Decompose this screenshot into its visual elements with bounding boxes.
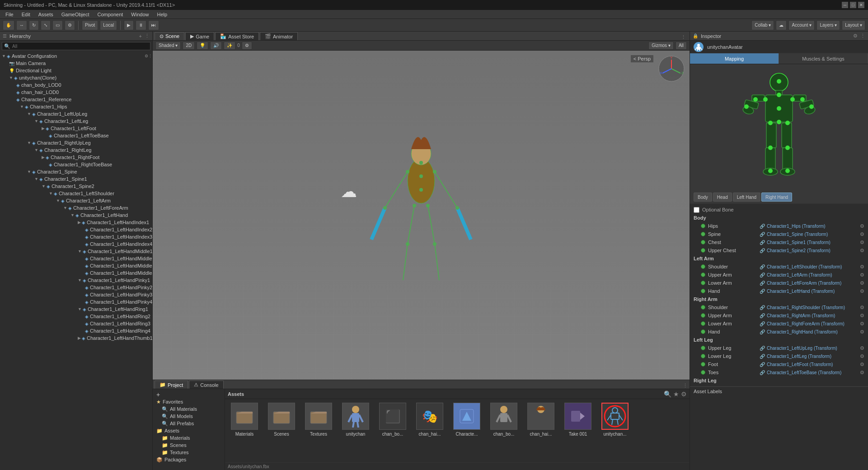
- bone-settings[interactable]: ⚙: [860, 248, 864, 254]
- hierarchy-item[interactable]: ▼ ◈ Character1_Spine: [0, 168, 152, 175]
- lock-icon[interactable]: 🔒: [693, 33, 698, 38]
- assets-all-models[interactable]: 🔍 All Models: [155, 413, 223, 420]
- bone-row-right-upper-arm[interactable]: Upper Arm 🔗 Character1_RightArm (Transfo…: [690, 311, 868, 320]
- asset-star-btn[interactable]: ★: [673, 390, 679, 398]
- bone-settings[interactable]: ⚙: [860, 345, 864, 351]
- hierarchy-search-input[interactable]: [12, 44, 148, 49]
- hierarchy-item[interactable]: ▼ ◈ Character1_Hips: [0, 103, 152, 110]
- bone-row-left-lower-leg[interactable]: Lower Leg 🔗 Character1_LeftLeg (Transfor…: [690, 352, 868, 360]
- hierarchy-item[interactable]: ◈ Character1_LeftHandIndex3: [0, 233, 152, 240]
- tab-mapping[interactable]: Mapping: [690, 53, 779, 64]
- hierarchy-item[interactable]: ◈ Character1_LeftHandRing4: [0, 327, 152, 334]
- hierarchy-options-btn[interactable]: ⋮: [145, 33, 150, 39]
- assets-all-prefabs[interactable]: 🔍 All Prefabs: [155, 420, 223, 427]
- menu-component[interactable]: Component: [94, 10, 127, 19]
- asset-take001[interactable]: Take 001: [562, 403, 594, 437]
- audio-toggle[interactable]: 🔊: [210, 42, 222, 50]
- move-tool[interactable]: ↔: [16, 20, 27, 30]
- hierarchy-item[interactable]: ▼ ◈ Character1_LeftHandRing1: [0, 306, 152, 313]
- asset-textures[interactable]: Textures: [303, 403, 334, 437]
- bone-row-spine[interactable]: Spine 🔗 Character1_Spine (Transform) ⚙: [690, 230, 868, 238]
- hierarchy-item[interactable]: ▼ ◈ Character1_Spine1: [0, 175, 152, 183]
- hierarchy-item[interactable]: ◈ Character1_LeftToeBase: [0, 132, 152, 139]
- asset-chan-hair2[interactable]: chan_hai...: [525, 403, 557, 437]
- tab-muscles[interactable]: Muscles & Settings: [779, 53, 868, 64]
- bone-row-left-shoulder[interactable]: Shoulder 🔗 Character1_LeftShoulder (Tran…: [690, 263, 868, 271]
- bone-settings[interactable]: ⚙: [860, 305, 864, 310]
- scale-tool[interactable]: ⤡: [41, 20, 51, 30]
- right-hand-btn[interactable]: Right Hand: [761, 193, 792, 202]
- assets-scenes[interactable]: 📁 Scenes: [155, 442, 223, 449]
- hierarchy-item[interactable]: ▼ ◈ Character1_LeftHandPinky1: [0, 277, 152, 284]
- bone-settings[interactable]: ⚙: [860, 231, 864, 237]
- hierarchy-item[interactable]: ▼ ◈ Character1_RightLeg: [0, 146, 152, 154]
- left-hand-btn[interactable]: Left Hand: [733, 193, 760, 202]
- account-btn[interactable]: Account ▾: [788, 20, 815, 30]
- menu-help[interactable]: Help: [153, 10, 171, 19]
- minimize-button[interactable]: ─: [842, 2, 848, 8]
- asset-unitychan-avatar[interactable]: unitychan...: [599, 403, 631, 437]
- hierarchy-item[interactable]: ▼ ◈ Character1_LeftUpLeg: [0, 110, 152, 118]
- maximize-button[interactable]: □: [850, 2, 856, 8]
- close-button[interactable]: ✕: [858, 2, 864, 8]
- scene-gizmo[interactable]: Y Z X: [658, 55, 685, 82]
- gizmos-btn[interactable]: Gizmos ▾: [648, 42, 674, 50]
- hierarchy-item[interactable]: ▶ ◈ Character1_LeftHandIndex1: [0, 219, 152, 226]
- asset-unitychan[interactable]: unitychan: [340, 403, 371, 437]
- options-icon[interactable]: ⋮: [148, 54, 152, 58]
- tab-scene[interactable]: ⊙ Scene: [155, 32, 184, 40]
- menu-window[interactable]: Window: [127, 10, 152, 19]
- tab-asset-store[interactable]: 🏪 Asset Store: [215, 32, 259, 40]
- bone-settings[interactable]: ⚙: [860, 353, 864, 359]
- hierarchy-item[interactable]: ◈ Character1_LeftHandMiddle4: [0, 269, 152, 277]
- settings-icon[interactable]: ⚙: [145, 54, 148, 58]
- cloud-btn[interactable]: ☁: [776, 20, 787, 30]
- layout-btn[interactable]: Layout ▾: [842, 20, 865, 30]
- pause-btn[interactable]: ⏸: [136, 20, 146, 30]
- bone-settings[interactable]: ⚙: [860, 264, 864, 270]
- pivot-btn[interactable]: Pivot: [82, 20, 98, 30]
- menu-file[interactable]: File: [2, 10, 17, 19]
- bone-row-left-hand[interactable]: Hand 🔗 Character1_LeftHand (Transform) ⚙: [690, 287, 868, 295]
- bone-row-left-upper-arm[interactable]: Upper Arm 🔗 Character1_LeftArm (Transfor…: [690, 271, 868, 279]
- menu-edit[interactable]: Edit: [18, 10, 34, 19]
- bone-settings[interactable]: ⚙: [860, 280, 864, 286]
- hierarchy-item[interactable]: ▼ ◈ Character1_Spine2: [0, 183, 152, 190]
- head-btn[interactable]: Head: [713, 193, 732, 202]
- bone-settings[interactable]: ⚙: [860, 288, 864, 294]
- hierarchy-item[interactable]: ◈ chan_body_LOD0: [0, 81, 152, 89]
- bone-row-right-hand[interactable]: Hand 🔗 Character1_RightHand (Transform) …: [690, 328, 868, 336]
- bone-settings[interactable]: ⚙: [860, 370, 864, 376]
- hierarchy-item[interactable]: ▶ ◈ Character1_LeftHandThumb1: [0, 334, 152, 342]
- shading-dropdown[interactable]: Shaded ▾: [155, 42, 181, 50]
- inspector-options-icon[interactable]: ⚙: [853, 33, 858, 39]
- hierarchy-add-btn[interactable]: +: [139, 33, 142, 39]
- hierarchy-item[interactable]: ◈ Character1_Reference: [0, 96, 152, 103]
- tab-console[interactable]: ⚠ Console: [189, 381, 223, 389]
- light-toggle[interactable]: 💡: [197, 42, 208, 50]
- hand-tool[interactable]: ✋: [3, 20, 14, 30]
- hierarchy-item[interactable]: ◈ Character1_LeftHandMiddle2: [0, 255, 152, 262]
- tab-game[interactable]: ▶ Game: [185, 32, 214, 40]
- hierarchy-item[interactable]: ▼ ◈ Character1_LeftForeArm: [0, 204, 152, 212]
- all-tag-btn[interactable]: All: [676, 42, 687, 50]
- hierarchy-item[interactable]: 📷 Main Camera: [0, 60, 152, 67]
- step-btn[interactable]: ⏭: [148, 20, 159, 30]
- hierarchy-item[interactable]: ▼ ◈ Character1_LeftShoulder: [0, 190, 152, 197]
- hierarchy-item[interactable]: ▶ ◈ Character1_LeftFoot: [0, 125, 152, 132]
- bone-settings[interactable]: ⚙: [860, 240, 864, 245]
- scene-options[interactable]: ⚙: [242, 42, 252, 50]
- hierarchy-item[interactable]: 💡 Directional Light: [0, 67, 152, 74]
- assets-root[interactable]: 📁 Assets: [155, 427, 223, 434]
- hierarchy-item[interactable]: ◈ Character1_LeftHandMiddle3: [0, 262, 152, 269]
- tab-animator[interactable]: 🎬 Animator: [260, 32, 298, 40]
- bone-row-hips[interactable]: Hips 🔗 Character1_Hips (Transform) ⚙: [690, 222, 868, 230]
- add-asset-btn[interactable]: +: [155, 391, 223, 398]
- assets-packages[interactable]: 📦 Packages: [155, 456, 223, 463]
- multi-tool[interactable]: ⚙: [65, 20, 75, 30]
- asset-chan-body2[interactable]: chan_bo...: [488, 403, 520, 437]
- hierarchy-item[interactable]: ▼ ◈ Character1_RightUpLeg: [0, 139, 152, 146]
- local-btn[interactable]: Local: [100, 20, 117, 30]
- menu-assets[interactable]: Assets: [35, 10, 57, 19]
- bone-row-left-lower-arm[interactable]: Lower Arm 🔗 Character1_LeftForeArm (Tran…: [690, 279, 868, 287]
